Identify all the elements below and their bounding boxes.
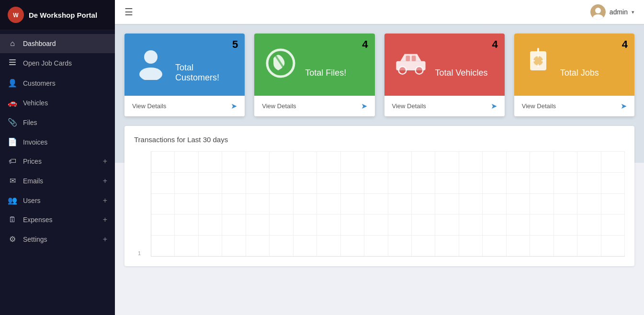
sidebar-item-settings[interactable]: ⚙ Settings + [0, 229, 115, 249]
sidebar-item-expenses[interactable]: 🗓 Expenses + [0, 210, 115, 229]
sidebar-nav: ⌂ Dashboard Open Job Cards 👤 Customers [0, 30, 115, 315]
chart-y-labels: 1 [138, 151, 141, 256]
chart-column [554, 151, 577, 256]
expenses-icon: 🗓 [8, 215, 17, 224]
sidebar-item-settings-label: Settings [23, 236, 47, 243]
chart-column [222, 151, 246, 256]
files-view-details-text: View Details [262, 102, 296, 110]
vehicles-label: Total Vehicles [435, 68, 488, 78]
users-plus-icon: + [103, 196, 107, 205]
user-dropdown-icon: ▾ [632, 9, 634, 15]
sidebar-item-customers[interactable]: 👤 Customers [0, 73, 115, 93]
vehicles-icon-large [394, 46, 428, 85]
chart-y-label-1: 1 [138, 250, 141, 256]
sidebar-item-emails[interactable]: ✉ Emails + [0, 171, 115, 191]
sidebar-item-users[interactable]: 👥 Users + [0, 191, 115, 210]
sidebar-item-emails-label: Emails [23, 177, 43, 185]
stat-card-files: 4 Total Files! View [254, 34, 374, 116]
chart-column [507, 151, 530, 256]
sidebar-item-vehicles-label: Vehicles [23, 99, 48, 107]
chart-column [483, 151, 506, 256]
logo-icon: W [8, 7, 24, 23]
svg-text:W: W [13, 12, 19, 19]
stat-card-vehicles: 4 Total Vehicle [384, 34, 505, 116]
svg-point-9 [139, 68, 162, 80]
emails-plus-icon: + [103, 177, 107, 185]
jobs-label: Total Jobs [560, 68, 599, 78]
sidebar-item-expenses-label: Expenses [23, 216, 52, 224]
files-count: 4 [362, 38, 368, 51]
vehicles-count: 4 [492, 38, 498, 51]
content-area: 5 Total Customers! View Details [115, 24, 644, 315]
sidebar-item-prices-label: Prices [23, 158, 42, 165]
sidebar-item-vehicles[interactable]: 🚗 Vehicles [0, 93, 115, 112]
customers-count: 5 [232, 38, 238, 51]
customers-label: Total Customers! [175, 63, 235, 83]
svg-rect-2 [9, 59, 16, 60]
vehicles-icon: 🚗 [8, 98, 17, 107]
sidebar-item-users-label: Users [23, 197, 41, 204]
chart-column [199, 151, 222, 256]
files-label: Total Files! [305, 68, 346, 78]
stat-card-customers-top: 5 Total Customers! [124, 34, 245, 96]
user-menu[interactable]: admin ▾ [590, 4, 634, 20]
user-name: admin [610, 8, 628, 16]
sidebar-item-dashboard-label: Dashboard [23, 40, 56, 47]
jobs-view-details-button[interactable]: View Details ➤ [514, 96, 634, 116]
vehicles-arrow-icon: ➤ [491, 101, 497, 111]
stat-card-vehicles-top: 4 Total Vehicle [384, 34, 505, 96]
sidebar-item-prices[interactable]: 🏷 Prices + [0, 152, 115, 171]
files-arrow-icon: ➤ [361, 101, 367, 111]
svg-rect-3 [9, 62, 16, 63]
chart-column [270, 151, 293, 256]
stat-card-jobs-top: 4 Total Jobs [514, 34, 634, 96]
chart-section: Transactions for Last 30 days 1 [124, 126, 634, 266]
dashboard-icon: ⌂ [8, 39, 17, 48]
svg-point-12 [398, 67, 406, 74]
open-job-cards-icon [8, 58, 17, 68]
svg-point-13 [415, 67, 423, 74]
emails-icon: ✉ [8, 176, 17, 185]
svg-point-8 [144, 50, 158, 64]
chart-column [577, 151, 601, 256]
chart-column [246, 151, 270, 256]
chart-column [388, 151, 412, 256]
chart-title: Transactions for Last 30 days [134, 135, 625, 144]
chart-column [294, 151, 317, 256]
customers-icon: 👤 [8, 79, 17, 88]
files-icon-large [264, 46, 297, 85]
chart-column [601, 151, 625, 256]
files-view-details-button[interactable]: View Details ➤ [254, 96, 374, 116]
settings-icon: ⚙ [8, 235, 17, 244]
avatar [590, 4, 606, 20]
chart-column [341, 151, 364, 256]
jobs-icon-large [524, 46, 553, 85]
customers-view-details-text: View Details [132, 102, 166, 110]
vehicles-view-details-button[interactable]: View Details ➤ [384, 96, 505, 116]
sidebar: W De Workshop Portal ⌂ Dashboard Open Jo… [0, 0, 115, 315]
sidebar-item-files[interactable]: 📎 Files [0, 112, 115, 132]
sidebar-item-open-job-cards-label: Open Job Cards [23, 59, 72, 67]
customers-view-details-button[interactable]: View Details ➤ [124, 96, 245, 116]
app-title: De Workshop Portal [29, 11, 97, 19]
stat-card-jobs: 4 Total Jobs [514, 34, 634, 116]
stats-grid: 5 Total Customers! View Details [124, 34, 634, 116]
menu-toggle-button[interactable]: ☰ [124, 6, 133, 18]
chart-column [530, 151, 554, 256]
prices-plus-icon: + [103, 157, 107, 166]
sidebar-item-dashboard[interactable]: ⌂ Dashboard [0, 34, 115, 53]
chart-area: 1 [151, 151, 625, 257]
svg-point-6 [595, 8, 601, 13]
files-icon: 📎 [8, 118, 17, 127]
sidebar-item-invoices[interactable]: 📄 Invoices [0, 132, 115, 152]
expenses-plus-icon: + [103, 215, 107, 224]
chart-column [412, 151, 435, 256]
svg-rect-4 [9, 64, 16, 65]
users-icon: 👥 [8, 196, 17, 205]
sidebar-logo[interactable]: W De Workshop Portal [0, 0, 115, 30]
topbar: ☰ admin ▾ [115, 0, 644, 24]
jobs-view-details-text: View Details [522, 102, 556, 110]
chart-column [364, 151, 388, 256]
sidebar-item-open-job-cards[interactable]: Open Job Cards [0, 53, 115, 73]
chart-columns [151, 151, 625, 256]
